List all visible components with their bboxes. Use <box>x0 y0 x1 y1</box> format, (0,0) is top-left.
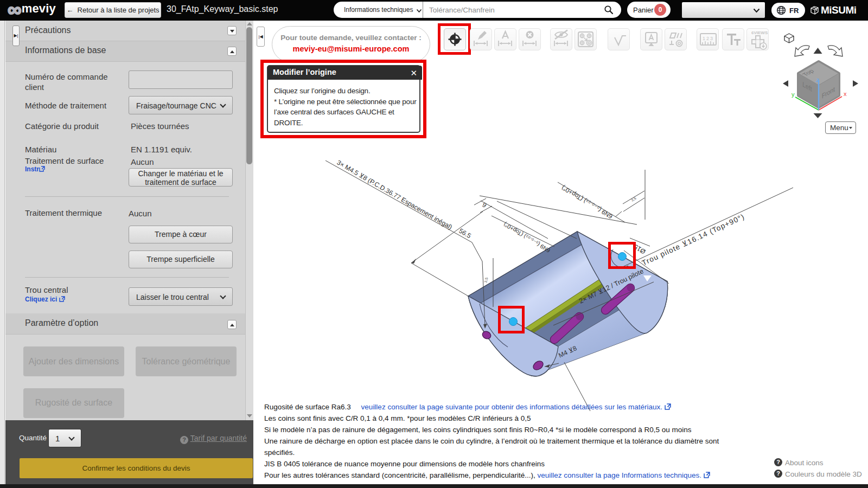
svg-text:56.5: 56.5 <box>458 227 473 240</box>
svg-text:3: 3 <box>710 36 713 41</box>
svg-text:6VIEWS: 6VIEWS <box>751 30 768 35</box>
svg-text:6N9 (₀₋₀.₀₃) (Top+0°): 6N9 (₀₋₀.₀₃) (Top+0°) <box>502 221 551 254</box>
svg-text:3,5: 3,5 <box>630 196 637 202</box>
svg-text:3× M4.5 ⊻8 (P.C.D.36.77 Espace: 3× M4.5 ⊻8 (P.C.D.36.77 Espacement inéga… <box>336 158 454 231</box>
svg-text:2: 2 <box>706 36 709 41</box>
svg-text:3,5: 3,5 <box>483 277 488 283</box>
svg-text:6N9 (₀₋₀.₀₃) (Top+0°): 6N9 (₀₋₀.₀₃) (Top+0°) <box>560 184 614 220</box>
svg-text:9: 9 <box>481 201 488 209</box>
svg-text:Trou pilote ⊻16.14 (Top+90°): Trou pilote ⊻16.14 (Top+90°) <box>641 213 746 267</box>
svg-text:1: 1 <box>703 36 705 41</box>
